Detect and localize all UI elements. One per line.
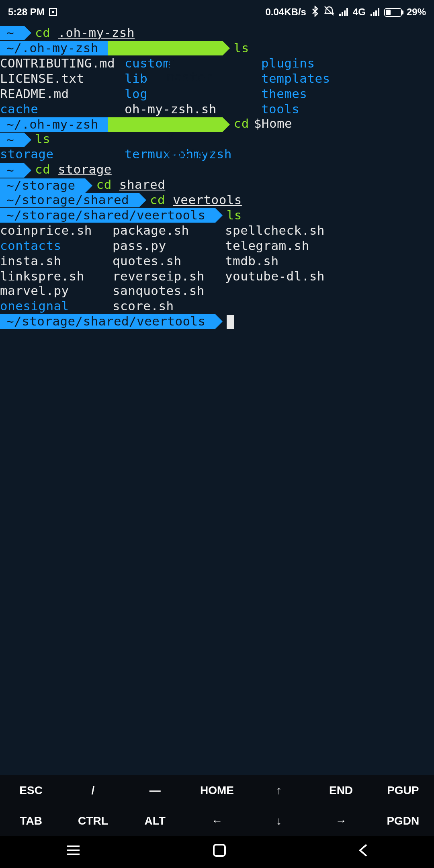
extra-key[interactable]: ← (186, 814, 248, 827)
prompt-line: ~/storage cd shared (0, 178, 434, 193)
extra-key[interactable]: CTRL (62, 814, 124, 827)
extra-key[interactable]: / (62, 784, 124, 796)
file-entry: youtube-dl.sh (225, 269, 434, 284)
prompt-path: ~/storage/shared (0, 193, 139, 208)
notification-icon (49, 8, 57, 16)
file-entry: README.md (0, 86, 125, 102)
ls-output: coinprice.shpackage.shspellcheck.shconta… (0, 223, 434, 315)
file-entry: CONTRIBUTING.md (0, 56, 125, 72)
extra-key[interactable]: TAB (0, 814, 62, 827)
extra-key[interactable]: ↓ (248, 814, 310, 827)
file-entry: linkspre.sh (0, 269, 113, 284)
prompt-path: ~ (0, 133, 24, 147)
extra-key[interactable]: END (310, 784, 372, 796)
extra-key[interactable]: ESC (0, 784, 62, 796)
file-entry: plugins (261, 56, 434, 72)
terminal-output[interactable]: ~ cd .oh-my-zsh ~/.oh-my-zsh master ls C… (0, 24, 434, 329)
prompt-line: ~/.oh-my-zsh master cd $Home (0, 117, 434, 132)
extra-key[interactable]: PGDN (372, 814, 434, 827)
prompt-line: ~ cd .oh-my-zsh (0, 26, 434, 41)
ls-output: storagetermux-ohmyzsh (0, 147, 434, 163)
extra-key[interactable]: HOME (186, 784, 248, 796)
prompt-path: ~/.oh-my-zsh (0, 117, 108, 132)
prompt-branch: master (108, 41, 223, 56)
prompt-path: ~/storage/shared/veertools (0, 314, 215, 329)
status-time: 5:28 PM (8, 6, 45, 18)
home-icon[interactable] (212, 843, 227, 861)
status-battery: 29% (407, 6, 426, 18)
file-entry: spellcheck.sh (225, 223, 434, 239)
svg-point-5 (167, 141, 170, 143)
prompt-branch: master (108, 117, 223, 132)
file-entry: marvel.py (0, 284, 113, 299)
bluetooth-icon (311, 5, 319, 19)
signal-icon-2 (371, 8, 379, 16)
prompt-line: ~/storage/shared cd veertools (0, 193, 434, 208)
file-entry: sanquotes.sh (113, 284, 225, 299)
file-entry: LICENSE.txt (0, 71, 125, 86)
file-entry: score.sh (113, 299, 225, 315)
command: cd storage (24, 162, 112, 178)
file-entry: insta.sh (0, 254, 113, 269)
prompt-path: ~/storage (0, 178, 85, 192)
battery-icon (384, 8, 402, 16)
prompt-path: ~/storage/shared/veertools (0, 209, 215, 223)
file-entry: coinprice.sh (0, 223, 113, 239)
file-entry: telegram.sh (225, 238, 434, 254)
file-entry (225, 284, 434, 299)
extra-keys-bar: ESC/―HOME↑ENDPGUP TABCTRLALT←↓→PGDN (0, 775, 434, 836)
command: cd shared (85, 178, 166, 193)
dnd-icon (324, 6, 334, 18)
file-entry: tools (261, 102, 434, 117)
back-icon[interactable] (357, 843, 368, 861)
ls-output: CONTRIBUTING.mdcustompluginsLICENSE.txtl… (0, 56, 434, 117)
command-arg: storage (58, 162, 111, 177)
svg-point-2 (167, 65, 170, 68)
command-arg: $Home (249, 117, 292, 132)
prompt-path: ~/.oh-my-zsh (0, 41, 108, 56)
command: cd .oh-my-zsh (24, 26, 135, 41)
extra-key[interactable]: ↑ (248, 784, 310, 796)
file-entry: package.sh (113, 223, 225, 239)
prompt-line-active[interactable]: ~/storage/shared/veertools (0, 314, 434, 329)
command-arg: .oh-my-zsh (58, 26, 135, 40)
status-network: 4G (353, 6, 366, 18)
android-status-bar: 5:28 PM 0.04KB/s 4G 29% (0, 0, 434, 24)
prompt-line: ~ cd storage (0, 162, 434, 178)
file-entry: oh-my-zsh.sh (125, 102, 261, 117)
file-entry: pass.py (113, 238, 225, 254)
file-entry: reverseip.sh (113, 269, 225, 284)
file-entry: onesignal (0, 299, 113, 315)
signal-icon-1 (339, 8, 348, 16)
file-entry: contacts (0, 238, 113, 254)
cursor (227, 315, 234, 328)
command-arg: veertools (173, 193, 242, 207)
file-entry: tmdb.sh (225, 254, 434, 269)
prompt-line: ~/storage/shared/veertools ls (0, 208, 434, 223)
recents-icon[interactable] (66, 844, 82, 860)
prompt-path: ~ (0, 26, 24, 41)
extra-key[interactable]: PGUP (372, 784, 434, 796)
prompt-line: ~/.oh-my-zsh master ls (0, 41, 434, 56)
svg-rect-6 (214, 845, 225, 856)
file-entry: cache (0, 102, 125, 117)
prompt-path: ~ (0, 163, 24, 177)
command-arg: shared (119, 178, 165, 192)
file-entry: templates (261, 71, 434, 86)
extra-key[interactable]: ALT (124, 814, 186, 827)
file-entry: quotes.sh (113, 254, 225, 269)
file-entry: themes (261, 86, 434, 102)
extra-key[interactable]: ― (124, 784, 186, 796)
android-nav-bar (0, 836, 434, 868)
file-entry (225, 299, 434, 315)
command: cd veertools (139, 193, 242, 208)
prompt-line: ~ ls (0, 132, 434, 147)
extra-key[interactable]: → (310, 814, 372, 827)
file-entry: storage (0, 147, 125, 163)
status-netspeed: 0.04KB/s (266, 6, 306, 18)
